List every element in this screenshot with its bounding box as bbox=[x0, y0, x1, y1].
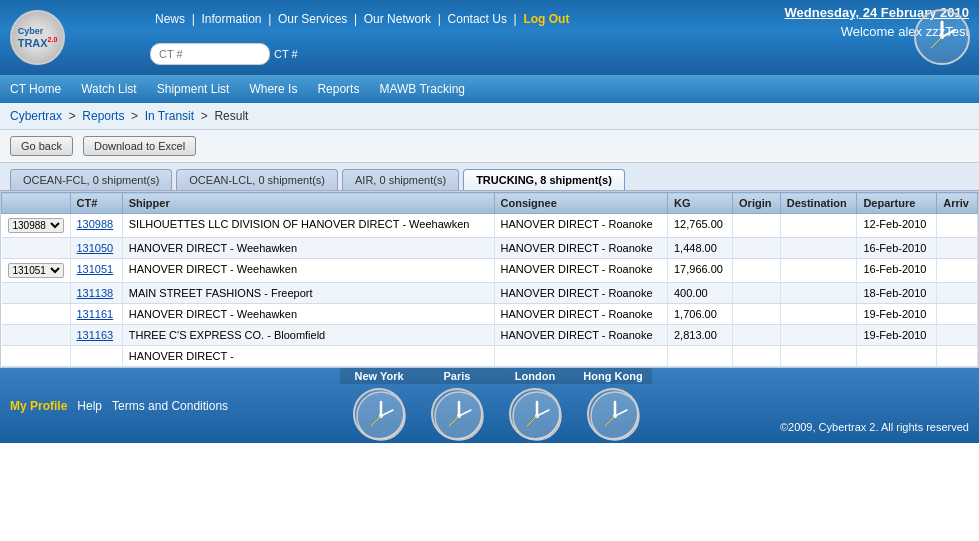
cell-consignee: HANOVER DIRECT - Roanoke bbox=[494, 214, 667, 238]
clock-ampm: PM bbox=[340, 444, 418, 455]
cell-arrival bbox=[937, 304, 978, 325]
search-input[interactable] bbox=[150, 43, 270, 65]
cell-shipper: HANOVER DIRECT - Weehawken bbox=[122, 304, 494, 325]
ct-link[interactable]: 131138 bbox=[77, 287, 114, 299]
footer-help[interactable]: Help bbox=[77, 399, 102, 413]
col-shipper: Shipper bbox=[122, 193, 494, 214]
cell-consignee: HANOVER DIRECT - Roanoke bbox=[494, 283, 667, 304]
cell-destination bbox=[780, 325, 857, 346]
subnav: CT Home Watch List Shipment List Where I… bbox=[0, 75, 979, 103]
tab-trucking[interactable]: TRUCKING, 8 shipment(s) bbox=[463, 169, 625, 190]
subnav-mawb-tracking[interactable]: MAWB Tracking bbox=[379, 82, 465, 96]
breadcrumb-cybertrax[interactable]: Cybertrax bbox=[10, 109, 62, 123]
shipment-table-wrapper: CT# Shipper Consignee KG Origin Destinat… bbox=[0, 191, 979, 368]
tab-ocean-lcl[interactable]: OCEAN-LCL, 0 shipment(s) bbox=[176, 169, 338, 190]
cell-kg bbox=[667, 346, 732, 367]
clock-city-new-york: New York PM bbox=[340, 368, 418, 455]
cell-dropdown bbox=[2, 238, 71, 259]
cell-departure: 16-Feb-2010 bbox=[857, 259, 937, 283]
cell-destination bbox=[780, 304, 857, 325]
ct-dropdown-select[interactable]: 130988 bbox=[8, 218, 64, 233]
tab-air[interactable]: AIR, 0 shipment(s) bbox=[342, 169, 459, 190]
subnav-ct-home[interactable]: CT Home bbox=[10, 82, 61, 96]
ct-link[interactable]: 131050 bbox=[77, 242, 114, 254]
shipment-table: CT# Shipper Consignee KG Origin Destinat… bbox=[1, 192, 978, 367]
breadcrumb-reports[interactable]: Reports bbox=[82, 109, 124, 123]
cell-destination bbox=[780, 346, 857, 367]
cell-dropdown bbox=[2, 304, 71, 325]
logo-area: CyberTRAX2.0 bbox=[10, 10, 150, 65]
cell-arrival bbox=[937, 214, 978, 238]
subnav-reports[interactable]: Reports bbox=[317, 82, 359, 96]
cell-destination bbox=[780, 283, 857, 304]
cell-departure: 16-Feb-2010 bbox=[857, 238, 937, 259]
cell-shipper: HANOVER DIRECT - Weehawken bbox=[122, 259, 494, 283]
cell-shipper: HANOVER DIRECT - Weehawken bbox=[122, 238, 494, 259]
cell-arrival bbox=[937, 325, 978, 346]
subnav-where-is[interactable]: Where Is bbox=[249, 82, 297, 96]
cell-destination bbox=[780, 259, 857, 283]
search-label: CT # bbox=[274, 48, 298, 60]
col-ct: CT# bbox=[70, 193, 122, 214]
ct-link[interactable]: 130988 bbox=[77, 218, 114, 230]
ct-link[interactable]: 131163 bbox=[77, 329, 114, 341]
footer-clocks: New York PM Paris bbox=[340, 368, 652, 455]
nav-links: News | Information | Our Services | Our … bbox=[155, 12, 569, 26]
clock-label: Paris bbox=[418, 368, 496, 384]
ct-dropdown-select[interactable]: 131051 bbox=[8, 263, 64, 278]
footer-left: My Profile Help Terms and Conditions bbox=[0, 368, 238, 443]
ct-link[interactable]: 131051 bbox=[77, 263, 114, 275]
nav-contact-us[interactable]: Contact Us bbox=[448, 12, 507, 26]
download-excel-button[interactable]: Download to Excel bbox=[83, 136, 196, 156]
cell-shipper: HANOVER DIRECT - bbox=[122, 346, 494, 367]
cell-departure: 19-Feb-2010 bbox=[857, 325, 937, 346]
table-row: 131051131051HANOVER DIRECT - WeehawkenHA… bbox=[2, 259, 978, 283]
cell-kg: 400.00 bbox=[667, 283, 732, 304]
footer-my-profile[interactable]: My Profile bbox=[10, 399, 67, 413]
nav-news[interactable]: News bbox=[155, 12, 185, 26]
cell-arrival bbox=[937, 283, 978, 304]
cell-consignee: HANOVER DIRECT - Roanoke bbox=[494, 259, 667, 283]
cell-departure: 19-Feb-2010 bbox=[857, 304, 937, 325]
table-row: 131138MAIN STREET FASHIONS - FreeportHAN… bbox=[2, 283, 978, 304]
nav-our-network[interactable]: Our Network bbox=[364, 12, 431, 26]
ct-link[interactable]: 131161 bbox=[77, 308, 114, 320]
nav-logout[interactable]: Log Out bbox=[523, 12, 569, 26]
cell-dropdown: 131051 bbox=[2, 259, 71, 283]
tab-ocean-fcl[interactable]: OCEAN-FCL, 0 shipment(s) bbox=[10, 169, 172, 190]
cell-arrival bbox=[937, 238, 978, 259]
table-row: 131161HANOVER DIRECT - WeehawkenHANOVER … bbox=[2, 304, 978, 325]
cell-departure: 12-Feb-2010 bbox=[857, 214, 937, 238]
cell-origin bbox=[733, 214, 781, 238]
cell-departure bbox=[857, 346, 937, 367]
clock-city-paris: Paris PM bbox=[418, 368, 496, 455]
cell-origin bbox=[733, 283, 781, 304]
cell-departure: 18-Feb-2010 bbox=[857, 283, 937, 304]
cell-origin bbox=[733, 304, 781, 325]
go-back-button[interactable]: Go back bbox=[10, 136, 73, 156]
nav-our-services[interactable]: Our Services bbox=[278, 12, 347, 26]
clock-ampm: AM bbox=[574, 444, 652, 455]
cell-shipper: MAIN STREET FASHIONS - Freeport bbox=[122, 283, 494, 304]
clock-face bbox=[431, 388, 483, 440]
header: CyberTRAX2.0 News | Information | Our Se… bbox=[0, 0, 979, 75]
footer-terms[interactable]: Terms and Conditions bbox=[112, 399, 228, 413]
logo-icon: CyberTRAX2.0 bbox=[10, 10, 65, 65]
col-departure: Departure bbox=[857, 193, 937, 214]
subnav-shipment-list[interactable]: Shipment List bbox=[157, 82, 230, 96]
breadcrumb: Cybertrax > Reports > In Transit > Resul… bbox=[0, 103, 979, 130]
table-row: 131163THREE C'S EXPRESS CO. - Bloomfield… bbox=[2, 325, 978, 346]
cell-ct: 130988 bbox=[70, 214, 122, 238]
clock-ampm: PM bbox=[496, 444, 574, 455]
clock-ampm: PM bbox=[418, 444, 496, 455]
table-row: 130988130988SILHOUETTES LLC DIVISION OF … bbox=[2, 214, 978, 238]
cell-dropdown bbox=[2, 346, 71, 367]
subnav-watch-list[interactable]: Watch List bbox=[81, 82, 137, 96]
cell-ct: 131051 bbox=[70, 259, 122, 283]
cell-consignee: HANOVER DIRECT - Roanoke bbox=[494, 325, 667, 346]
breadcrumb-in-transit[interactable]: In Transit bbox=[145, 109, 194, 123]
clock-label: Hong Kong bbox=[574, 368, 652, 384]
col-destination: Destination bbox=[780, 193, 857, 214]
nav-information[interactable]: Information bbox=[201, 12, 261, 26]
search-area: CT # bbox=[150, 43, 298, 65]
